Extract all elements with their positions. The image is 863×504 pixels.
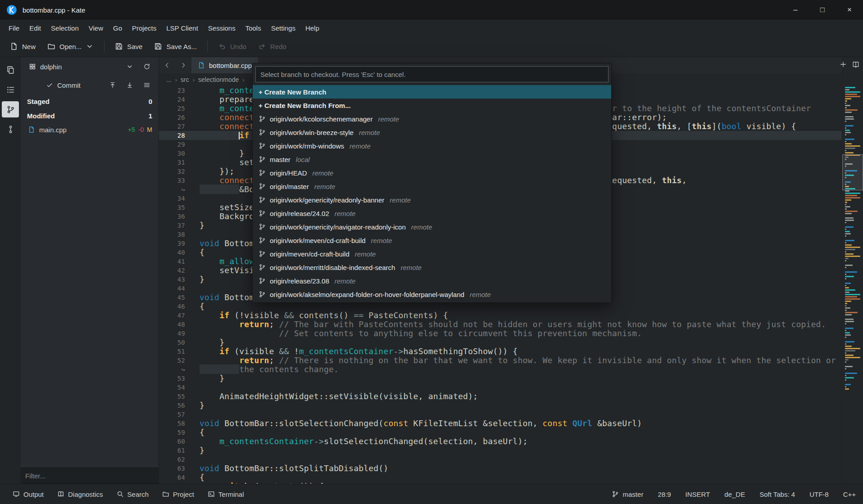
branch-item[interactable]: origin/work/rmb-windowsremote bbox=[253, 139, 611, 153]
code-line[interactable]: 58void BottomBar::slotSelectionChanged(c… bbox=[159, 419, 842, 428]
breadcrumb-item-selectionmode[interactable]: selectionmode bbox=[198, 76, 239, 83]
branch-tag: remote bbox=[350, 142, 371, 150]
pull-button[interactable] bbox=[123, 78, 137, 92]
menu-view[interactable]: View bbox=[84, 20, 108, 36]
code-line[interactable]: 63void BottomBar::slotSplitTabDisabled() bbox=[159, 464, 842, 473]
branch-item[interactable]: origin/masterremote bbox=[253, 180, 611, 193]
menu-lsp-client[interactable]: LSP Client bbox=[161, 20, 203, 36]
breadcrumb-item-[interactable]: ... bbox=[166, 76, 172, 83]
menu-help[interactable]: Help bbox=[300, 20, 324, 36]
tab-bottombar-cpp[interactable]: bottombar.cpp bbox=[191, 57, 258, 73]
code-line[interactable]: 56} bbox=[159, 401, 842, 410]
git-branch-icon bbox=[259, 277, 266, 284]
split-view-icon[interactable] bbox=[852, 61, 859, 68]
save-button[interactable]: Save bbox=[109, 38, 148, 54]
terminal-panel-button[interactable]: Terminal bbox=[202, 486, 250, 502]
code-line[interactable]: ↪ the contents change. bbox=[159, 365, 842, 374]
branch-item[interactable]: origin/meven/cd-craft-buildremote bbox=[253, 247, 611, 261]
code-line[interactable]: 50 } bbox=[159, 338, 842, 347]
branch-item[interactable]: origin/work/win-breeze-styleremote bbox=[253, 126, 611, 139]
code-line[interactable]: 61} bbox=[159, 446, 842, 455]
input-mode[interactable]: INSERT bbox=[686, 490, 710, 498]
code-line[interactable]: 62 bbox=[159, 455, 842, 464]
symbols-toolview-button[interactable] bbox=[2, 81, 19, 98]
branch-item[interactable]: origin/release/24.02remote bbox=[253, 207, 611, 220]
refresh-button[interactable] bbox=[140, 59, 154, 74]
line-number: 25 bbox=[159, 104, 192, 113]
branch-item[interactable]: origin/work/genericity/readonly-bannerre… bbox=[253, 193, 611, 207]
commits-toolview-button[interactable] bbox=[2, 121, 19, 137]
menu-file[interactable]: File bbox=[4, 20, 24, 36]
menu-go[interactable]: Go bbox=[108, 20, 127, 36]
line-number: 51 bbox=[159, 347, 192, 356]
cursor-position[interactable]: 28:9 bbox=[658, 490, 671, 498]
branch-item[interactable]: origin/work/merritt/disable-indexed-sear… bbox=[253, 261, 611, 274]
code-line[interactable]: 60 m_contentsContainer->slotSelectionCha… bbox=[159, 437, 842, 446]
line-number: 53 bbox=[159, 374, 192, 383]
save-as-button[interactable]: Save As... bbox=[149, 38, 202, 54]
open-button[interactable]: Open... bbox=[42, 38, 99, 54]
code-line[interactable]: 54 bbox=[159, 383, 842, 392]
push-button[interactable] bbox=[105, 78, 120, 92]
menu-settings[interactable]: Settings bbox=[266, 20, 300, 36]
output-panel-button[interactable]: Output bbox=[7, 486, 49, 502]
project-selector[interactable]: dolphin bbox=[25, 59, 137, 74]
branch-item[interactable]: origin/work/genericity/navigator-readonl… bbox=[253, 220, 611, 234]
code-line[interactable]: 52 return; // There is nothing on the ba… bbox=[159, 356, 842, 365]
commit-button[interactable]: Commit bbox=[41, 78, 86, 92]
git-file-row[interactable]: main.cpp+5-0M bbox=[21, 123, 159, 136]
menu-sessions[interactable]: Sessions bbox=[203, 20, 241, 36]
code-line[interactable]: 57 bbox=[159, 410, 842, 419]
close-button[interactable]: × bbox=[836, 0, 863, 20]
branch-item[interactable]: origin/release/23.08remote bbox=[253, 274, 611, 288]
code-line[interactable]: 59{ bbox=[159, 428, 842, 437]
menu-projects[interactable]: Projects bbox=[127, 20, 161, 36]
menu-edit[interactable]: Edit bbox=[24, 20, 46, 36]
branch-item[interactable]: origin/work/meven/cd-craft-buildremote bbox=[253, 234, 611, 247]
code-line[interactable]: 49 // Set contents to anything else to c… bbox=[159, 329, 842, 338]
code-line[interactable]: 47 if (!visible && contents() == PasteCo… bbox=[159, 311, 842, 320]
code-line[interactable]: 53 } bbox=[159, 374, 842, 383]
highlighting-mode[interactable]: C++ bbox=[843, 490, 856, 498]
code-text: // Set contents to anything else to circ… bbox=[192, 329, 842, 338]
code-line[interactable]: 55 AnimatedHeightWidget::setVisible(visi… bbox=[159, 392, 842, 401]
breadcrumb-item-src[interactable]: src bbox=[181, 76, 189, 83]
new-button[interactable]: New bbox=[5, 38, 41, 54]
diagnostics-panel-button[interactable]: Diagnostics bbox=[52, 486, 109, 502]
history-back-button[interactable] bbox=[159, 57, 175, 73]
branch-label: origin/work/win-breeze-style bbox=[270, 129, 354, 136]
search-panel-button[interactable]: Search bbox=[111, 486, 154, 502]
git-section-staged[interactable]: Staged0 bbox=[21, 94, 159, 108]
git-menu-button[interactable] bbox=[140, 78, 154, 92]
code-line[interactable]: 65 switch (contents()) { bbox=[159, 482, 842, 484]
dictionary[interactable]: de_DE bbox=[724, 490, 745, 498]
git-filter-input[interactable] bbox=[21, 468, 159, 484]
menu-tools[interactable]: Tools bbox=[241, 20, 266, 36]
branch-item[interactable]: + Create New Branch bbox=[253, 85, 611, 99]
git-section-modified[interactable]: Modified1 bbox=[21, 108, 159, 123]
menu-selection[interactable]: Selection bbox=[46, 20, 84, 36]
project-panel-button[interactable]: Project bbox=[157, 486, 200, 502]
code-line[interactable]: 64{ bbox=[159, 473, 842, 482]
branch-item[interactable]: origin/HEADremote bbox=[253, 166, 611, 180]
branch-filter-input[interactable] bbox=[256, 71, 608, 78]
branch-item[interactable]: masterlocal bbox=[253, 153, 611, 166]
encoding[interactable]: UTF-8 bbox=[809, 490, 829, 498]
minimap[interactable] bbox=[842, 57, 863, 484]
tab-settings[interactable]: Soft Tabs: 4 bbox=[759, 490, 795, 498]
code-line[interactable]: 51 if (visible && !m_contentsContainer->… bbox=[159, 347, 842, 356]
code-line[interactable]: 48 return; // The bar with PasteContents… bbox=[159, 320, 842, 329]
git-branch-status[interactable]: master bbox=[612, 490, 644, 498]
documents-toolview-button[interactable] bbox=[2, 62, 19, 78]
minimize-button[interactable]: – bbox=[782, 0, 809, 20]
git-toolview-button[interactable] bbox=[2, 101, 19, 117]
branch-item[interactable]: origin/work/kcolorschememanagerremote bbox=[253, 112, 611, 126]
branch-item[interactable]: + Create New Branch From... bbox=[253, 99, 611, 112]
code-line[interactable]: 46{ bbox=[159, 302, 842, 311]
new-tab-plus-icon[interactable] bbox=[840, 61, 847, 68]
branch-label: origin/work/akselmo/expand-folder-on-hov… bbox=[270, 291, 464, 298]
branch-item[interactable]: origin/work/akselmo/expand-folder-on-hov… bbox=[253, 288, 611, 301]
maximize-button[interactable]: □ bbox=[809, 0, 836, 20]
history-forward-button[interactable] bbox=[175, 57, 191, 73]
minimap-viewport[interactable] bbox=[842, 154, 863, 190]
